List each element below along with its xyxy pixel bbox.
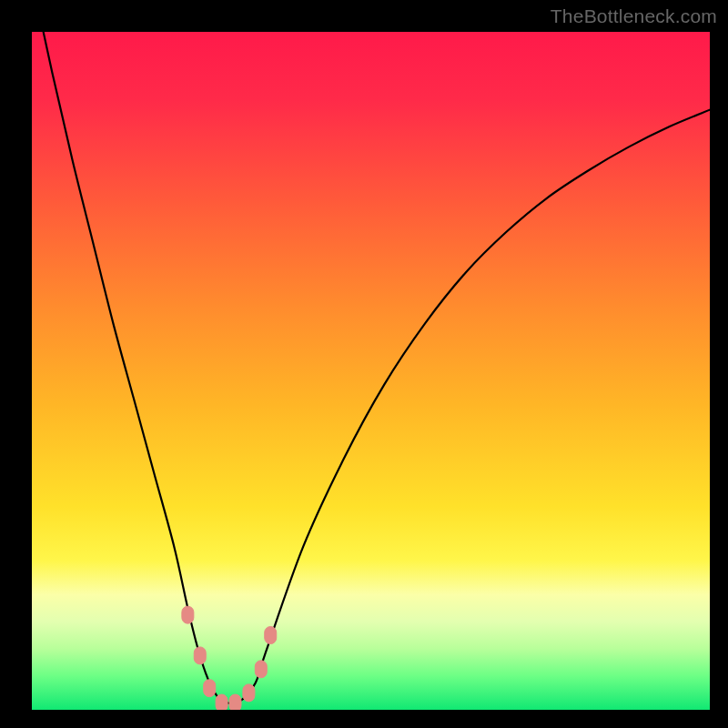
curve-marker (243, 684, 255, 702)
curve-marker (194, 647, 206, 664)
curve-marker (265, 627, 277, 644)
watermark-text: TheBottleneck.com (551, 5, 717, 27)
curve-marker (216, 694, 228, 710)
chart-svg (32, 32, 710, 710)
curve-marker (255, 661, 267, 678)
curve-marker (204, 680, 216, 697)
curve-marker (182, 606, 194, 623)
gradient-background (32, 32, 710, 710)
curve-marker (229, 694, 241, 710)
plot-area (32, 32, 710, 710)
chart-frame: TheBottleneck.com (0, 0, 728, 728)
